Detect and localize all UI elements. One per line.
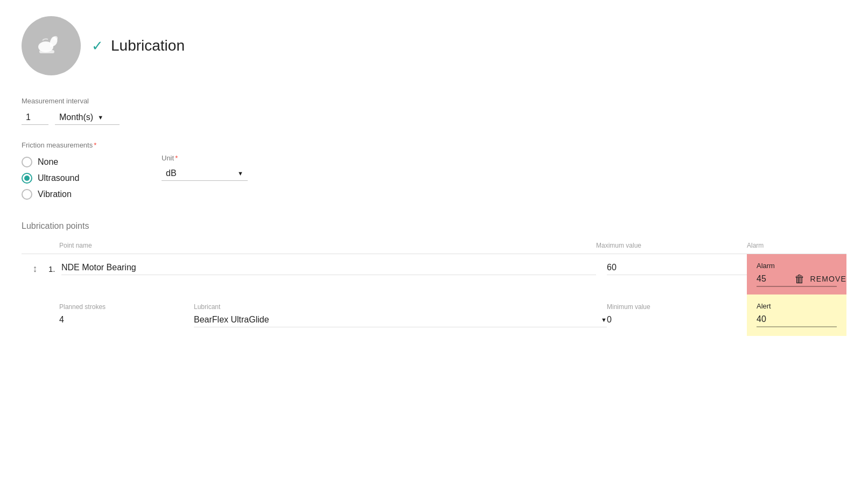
alert-label: Alert — [757, 302, 837, 310]
svg-point-1 — [53, 36, 58, 40]
radio-ultrasound-circle[interactable] — [22, 173, 32, 184]
radio-vibration[interactable]: Vibration — [22, 189, 846, 200]
column-headers: Point name Maximum value Alarm — [22, 242, 846, 254]
col-header-alarm: Alarm — [747, 242, 846, 249]
header-title-group: ✓ Lubrication — [92, 37, 185, 54]
alarm-label: Alarm — [757, 262, 837, 270]
page: ✓ Lubrication Measurement interval 1 Mon… — [0, 0, 868, 491]
planned-strokes-label: Planned strokes — [59, 303, 194, 311]
alert-block: Alert 40 — [747, 294, 846, 336]
interval-unit-arrow: ▼ — [97, 114, 103, 121]
lubricant-arrow: ▼ — [601, 317, 607, 323]
lubrication-icon — [35, 30, 67, 62]
point-row-secondary: Planned strokes 4 Lubricant BearFlex Ult… — [22, 294, 846, 336]
lubrication-points-section: Lubrication points Point name Maximum va… — [22, 221, 846, 336]
point-main-content: ↕ 1. NDE Motor Bearing 60 — [22, 254, 747, 284]
friction-radio-group: None Ultrasound Vibration — [22, 157, 846, 200]
point-row-main: ↕ 1. NDE Motor Bearing 60 Alarm 45 — [22, 254, 846, 294]
interval-unit-select[interactable]: Month(s) ▼ — [55, 110, 120, 125]
lubricant-select[interactable]: BearFlex UltraGlide ▼ — [194, 315, 607, 327]
radio-ultrasound-label: Ultrasound — [38, 173, 79, 183]
measurement-interval-section: Measurement interval 1 Month(s) ▼ — [22, 97, 846, 125]
friction-section: Friction measurements* None Ultrasound V… — [22, 141, 846, 200]
unit-select-value: dB — [166, 169, 232, 178]
point-secondary-content: Planned strokes 4 Lubricant BearFlex Ult… — [22, 294, 747, 336]
unit-required-star: * — [175, 154, 178, 162]
avatar — [22, 16, 81, 75]
radio-ultrasound[interactable]: Ultrasound — [22, 173, 846, 184]
interval-value[interactable]: 1 — [22, 110, 48, 125]
min-value-col: Minimum value 0 — [607, 303, 747, 325]
radio-none-label: None — [38, 157, 58, 167]
radio-none[interactable]: None — [22, 157, 846, 167]
min-value-label: Minimum value — [607, 303, 747, 311]
lubricant-label: Lubricant — [194, 303, 607, 311]
min-value-field[interactable]: 0 — [607, 315, 747, 325]
col-header-point-name: Point name — [59, 242, 596, 249]
check-icon: ✓ — [92, 39, 103, 53]
page-title: Lubrication — [111, 37, 185, 54]
radio-vibration-label: Vibration — [38, 190, 72, 199]
unit-label: Unit* — [162, 154, 248, 162]
max-value-field[interactable]: 60 — [607, 263, 747, 275]
radio-vibration-circle[interactable] — [22, 189, 32, 200]
sort-icon[interactable]: ↕ — [22, 263, 48, 275]
point-name-field[interactable]: NDE Motor Bearing — [61, 263, 596, 275]
measurement-interval-label: Measurement interval — [22, 97, 846, 105]
planned-strokes-col: Planned strokes 4 — [59, 303, 194, 325]
interval-unit-value: Month(s) — [59, 113, 93, 122]
planned-strokes-value[interactable]: 4 — [59, 315, 194, 325]
svg-rect-2 — [39, 50, 54, 53]
lubricant-col: Lubricant BearFlex UltraGlide ▼ — [194, 303, 607, 327]
trash-icon: 🗑 — [794, 272, 806, 285]
lubrication-points-title: Lubrication points — [22, 221, 846, 231]
alert-block-wrapper: Alert 40 — [747, 294, 846, 336]
interval-row: 1 Month(s) ▼ — [22, 110, 846, 125]
point-row-main-left: ↕ 1. NDE Motor Bearing 60 — [22, 254, 747, 294]
radio-none-circle[interactable] — [22, 157, 32, 167]
unit-select-arrow: ▼ — [237, 170, 243, 177]
alert-value-field[interactable]: 40 — [757, 314, 837, 327]
lubricant-value: BearFlex UltraGlide — [194, 315, 597, 325]
remove-label: REMOVE — [810, 275, 846, 283]
col-header-max-value: Maximum value — [596, 242, 747, 249]
friction-required-star: * — [94, 141, 96, 149]
friction-label: Friction measurements* — [22, 141, 846, 149]
unit-select[interactable]: dB ▼ — [162, 166, 248, 181]
header: ✓ Lubrication — [22, 16, 846, 75]
remove-button[interactable]: 🗑 REMOVE — [794, 272, 846, 285]
unit-section: Unit* dB ▼ — [162, 154, 248, 181]
point-number: 1. — [48, 264, 61, 273]
